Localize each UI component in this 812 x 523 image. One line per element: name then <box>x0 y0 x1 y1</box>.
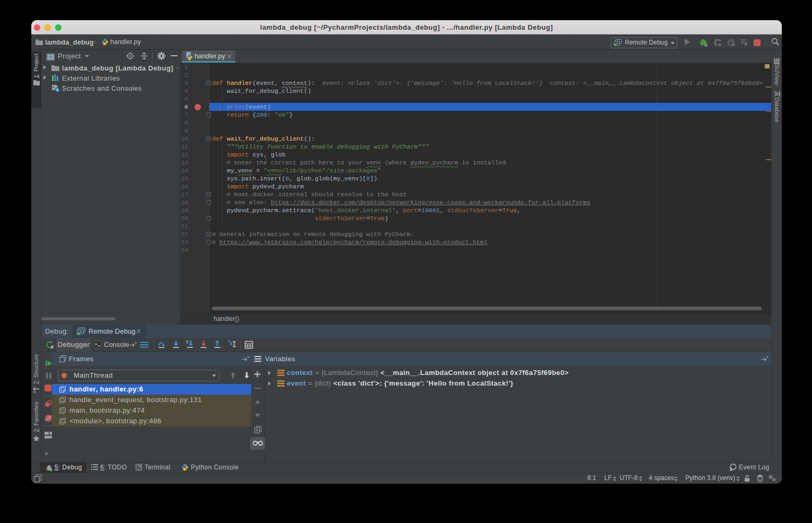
svg-text:?: ? <box>775 479 776 482</box>
